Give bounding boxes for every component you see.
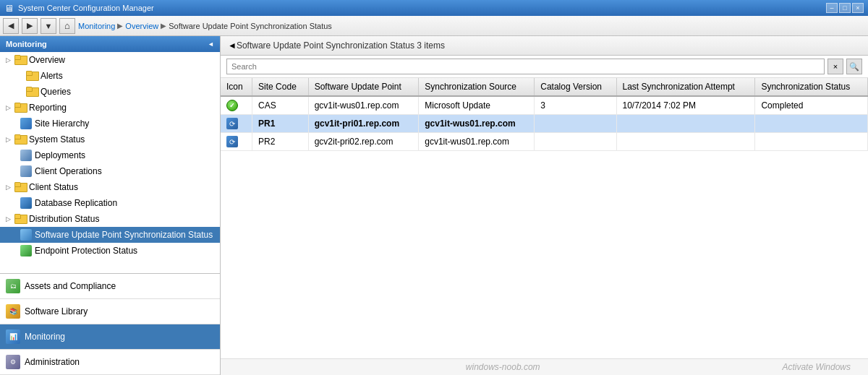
- data-table: Icon Site Code Software Update Point Syn…: [221, 78, 868, 358]
- content-title: Software Update Point Synchronization St…: [237, 40, 445, 51]
- table-row[interactable]: ⟳ PR1 gcv1it-pri01.rep.com gcv1it-wus01.…: [221, 115, 868, 133]
- breadcrumb-current: Software Update Point Synchronization St…: [169, 22, 332, 30]
- sidebar-item-deployments[interactable]: ▷ Deployments: [0, 147, 220, 163]
- col-header-catalog-version[interactable]: Catalog Version: [535, 78, 616, 96]
- content-collapse-button[interactable]: ◄: [228, 40, 237, 51]
- content-area: ◄ Software Update Point Synchronization …: [221, 36, 868, 375]
- home-button[interactable]: ⌂: [59, 18, 75, 34]
- sidebar-item-reporting[interactable]: ▷ Reporting: [0, 100, 220, 116]
- distribution-status-expand-arrow: ▷: [6, 215, 14, 223]
- system-status-folder-icon: [14, 134, 26, 145]
- sidebar-section-label: Monitoring: [6, 40, 47, 48]
- client-status-folder-icon: [14, 181, 26, 193]
- search-bar: × 🔍: [221, 56, 868, 78]
- maximize-button[interactable]: □: [839, 3, 851, 13]
- reporting-folder-icon: [14, 102, 26, 113]
- sidebar-label-alerts: Alerts: [41, 71, 63, 81]
- sidebar-item-client-operations[interactable]: ▷ Client Operations: [0, 163, 220, 179]
- sidebar-section-header[interactable]: Monitoring ◄: [0, 36, 220, 52]
- content-header: ◄ Software Update Point Synchronization …: [221, 36, 868, 56]
- row2-catalog-version: [535, 115, 616, 133]
- sidebar-label-overview: Overview: [29, 55, 65, 65]
- row1-site-code: CAS: [252, 96, 309, 115]
- sync-icon-pr1: ⟳: [226, 118, 238, 129]
- activate-windows-text: Activate Windows: [782, 362, 865, 372]
- watermark-text: windows-noob.com: [466, 362, 540, 372]
- sidebar-item-site-hierarchy[interactable]: ▷ Site Hierarchy: [0, 116, 220, 132]
- nav-monitoring[interactable]: 📊 Monitoring: [0, 324, 220, 350]
- row3-catalog-version: [535, 133, 616, 151]
- col-header-site-code[interactable]: Site Code: [252, 78, 309, 96]
- row2-last-attempt: [616, 115, 755, 133]
- sidebar-item-sup-sync-status[interactable]: ▷ Software Update Point Synchronization …: [0, 227, 220, 243]
- row1-last-attempt: 10/7/2014 7:02 PM: [616, 96, 755, 115]
- nav-label-assets: Assets and Compliance: [25, 281, 116, 291]
- sidebar-label-database-replication: Database Replication: [35, 198, 117, 208]
- row2-site-code: PR1: [252, 115, 309, 133]
- minimize-button[interactable]: –: [826, 3, 838, 13]
- status-icon-completed: [226, 100, 238, 111]
- nav-assets-compliance[interactable]: 🗂 Assets and Compliance: [0, 274, 220, 299]
- overview-folder-icon: [14, 54, 26, 66]
- breadcrumb: Monitoring ▶ Overview ▶ Software Update …: [78, 22, 332, 30]
- search-submit-button[interactable]: 🔍: [846, 59, 862, 74]
- assets-icon: 🗂: [6, 279, 20, 293]
- row2-icon: ⟳: [221, 115, 252, 133]
- nav-administration[interactable]: ⚙ Administration: [0, 350, 220, 375]
- sidebar-collapse-arrow: ◄: [208, 40, 214, 48]
- col-header-update-point[interactable]: Software Update Point: [308, 78, 419, 96]
- library-icon: 📚: [6, 304, 20, 319]
- search-clear-button[interactable]: ×: [827, 59, 843, 74]
- forward-button[interactable]: ▶: [22, 18, 38, 34]
- sidebar-item-queries[interactable]: ▷ Queries: [0, 84, 220, 100]
- reporting-expand-arrow: ▷: [6, 104, 14, 111]
- sidebar-item-alerts[interactable]: ▷ Alerts: [0, 68, 220, 84]
- sidebar-label-client-status: Client Status: [29, 182, 78, 192]
- breadcrumb-overview[interactable]: Overview: [125, 22, 158, 30]
- sidebar-item-database-replication[interactable]: ▷ Database Replication: [0, 195, 220, 211]
- sidebar-label-client-operations: Client Operations: [35, 166, 102, 176]
- table-body: CAS gcv1it-wus01.rep.com Microsoft Updat…: [221, 96, 868, 151]
- table-row[interactable]: ⟳ PR2 gcv2it-pri02.rep.com gcv1it-wus01.…: [221, 133, 868, 151]
- nav-label-administration: Administration: [25, 357, 80, 367]
- row1-icon: [221, 96, 252, 115]
- close-button[interactable]: ×: [852, 3, 864, 13]
- row2-update-point: gcv1it-pri01.rep.com: [308, 115, 419, 133]
- sidebar-label-endpoint-protection: Endpoint Protection Status: [35, 246, 137, 256]
- deployments-icon: [20, 150, 32, 161]
- monitoring-icon: 📊: [6, 329, 20, 344]
- row3-site-code: PR2: [252, 133, 309, 151]
- sup-sync-icon: [20, 229, 32, 241]
- sidebar-item-overview[interactable]: ▷ Overview: [0, 52, 220, 68]
- client-status-expand-arrow: ▷: [6, 184, 14, 191]
- nav-label-library: Software Library: [25, 306, 88, 316]
- distribution-status-folder-icon: [14, 213, 26, 225]
- col-header-icon[interactable]: Icon: [221, 78, 252, 96]
- sync-status-table: Icon Site Code Software Update Point Syn…: [221, 78, 868, 151]
- toolbar: ◀ ▶ ▼ ⌂ Monitoring ▶ Overview ▶ Software…: [0, 16, 868, 36]
- col-header-sync-source[interactable]: Synchronization Source: [419, 78, 535, 96]
- col-header-sync-status[interactable]: Synchronization Status: [755, 78, 868, 96]
- breadcrumb-monitoring[interactable]: Monitoring: [78, 22, 115, 30]
- system-status-expand-arrow: ▷: [6, 136, 14, 143]
- back-button[interactable]: ◀: [3, 18, 19, 34]
- row1-sync-source: Microsoft Update: [419, 96, 535, 115]
- row3-icon: ⟳: [221, 133, 252, 151]
- nav-dropdown-button[interactable]: ▼: [41, 18, 56, 34]
- row2-sync-source: gcv1it-wus01.rep.com: [419, 115, 535, 133]
- sidebar-item-system-status[interactable]: ▷ System Status: [0, 132, 220, 147]
- table-row[interactable]: CAS gcv1it-wus01.rep.com Microsoft Updat…: [221, 96, 868, 115]
- overview-expand-arrow: ▷: [6, 56, 14, 64]
- db-replication-icon: [20, 197, 32, 209]
- sidebar-item-client-status[interactable]: ▷ Client Status: [0, 179, 220, 195]
- col-header-last-attempt[interactable]: Last Synchronization Attempt: [616, 78, 755, 96]
- bottom-nav: 🗂 Assets and Compliance 📚 Software Libra…: [0, 273, 220, 375]
- search-input[interactable]: [226, 59, 825, 74]
- nav-software-library[interactable]: 📚 Software Library: [0, 299, 220, 324]
- sidebar-label-deployments: Deployments: [35, 150, 85, 160]
- row1-update-point: gcv1it-wus01.rep.com: [308, 96, 419, 115]
- sidebar-item-endpoint-protection[interactable]: ▷ Endpoint Protection Status: [0, 243, 220, 259]
- sidebar-item-distribution-status[interactable]: ▷ Distribution Status: [0, 211, 220, 227]
- sidebar-label-system-status: System Status: [29, 134, 85, 145]
- sidebar-label-sup-sync-status: Software Update Point Synchronization St…: [35, 230, 213, 240]
